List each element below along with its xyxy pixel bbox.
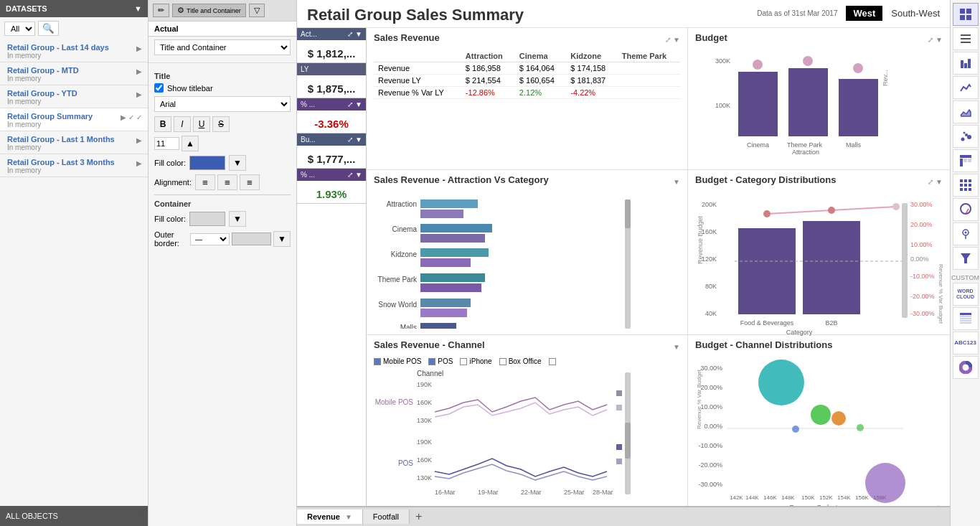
more-icon[interactable]: ▼ — [355, 100, 362, 108]
more-icon[interactable]: ▼ — [673, 343, 680, 351]
italic-button[interactable]: I — [174, 116, 191, 132]
border-style-select[interactable]: — — [190, 233, 230, 245]
icon-bar-chart[interactable] — [953, 52, 979, 75]
svg-rect-109 — [961, 60, 963, 68]
icon-map[interactable] — [953, 222, 979, 245]
fill-color-expand[interactable]: ▼ — [229, 155, 246, 171]
dataset-item-3[interactable]: ▶ Retail Group - YTD In memory — [0, 85, 148, 108]
dataset-item-5[interactable]: ▶ Retail Group - Last 1 Months In memory — [0, 131, 148, 154]
more-icon[interactable]: ▼ — [936, 36, 943, 44]
icon-text-table[interactable] — [953, 307, 979, 330]
expand-icon[interactable]: ⤢ — [347, 100, 353, 108]
icon-funnel[interactable] — [953, 247, 979, 270]
align-right-button[interactable]: ≡ — [240, 174, 260, 190]
svg-text:144K: 144K — [745, 494, 759, 501]
dataset-item-1[interactable]: ▶ Retail Group - Last 14 days In memory — [0, 39, 148, 62]
arrow-icon: ▶ — [136, 159, 142, 167]
more-icon[interactable]: ▼ — [355, 136, 362, 144]
kpi-pct2-label: % ... — [301, 171, 315, 179]
all-objects-bar[interactable]: ALL OBJECTS + — [0, 506, 148, 526]
main-row: DATASETS ▼ All 🔍 ▶ Retail Group - Last 1… — [0, 0, 980, 526]
more-icon[interactable]: ▼ — [936, 178, 943, 186]
expand-icon[interactable]: ⤢ — [347, 171, 353, 179]
font-up-button[interactable]: ▲ — [182, 136, 199, 151]
show-titlebar-checkbox[interactable] — [154, 83, 164, 93]
budget-revenue-panel: Budget ⤢ ▼ 300K 100K — [688, 28, 950, 169]
edit-button[interactable]: ✏ — [153, 4, 169, 17]
kpi-pct1: % ... ⤢ ▼ -3.36% — [297, 98, 366, 133]
more-icon[interactable]: ▼ — [355, 171, 362, 179]
svg-rect-55 — [902, 203, 908, 318]
expand-icon[interactable]: ⤢ — [928, 178, 933, 186]
container-fill-expand[interactable]: ▼ — [229, 211, 246, 227]
border-color-expand[interactable]: ▼ — [273, 231, 291, 247]
kpi-actual-header: Act... ⤢ ▼ — [297, 28, 366, 40]
icon-scatter[interactable] — [953, 125, 979, 148]
underline-button[interactable]: U — [193, 116, 210, 132]
svg-rect-27 — [420, 309, 467, 317]
font-size-input[interactable] — [154, 137, 179, 150]
cell-attraction: -12.86% — [461, 87, 515, 99]
filter-select[interactable]: All — [4, 22, 35, 36]
mobile-pos-checkbox[interactable] — [374, 358, 381, 365]
svg-rect-26 — [420, 299, 471, 307]
sales-table: Attraction Cinema Kidzone Theme Park Rev… — [374, 50, 680, 99]
icon-table[interactable] — [953, 3, 979, 26]
icon-donut[interactable] — [953, 356, 979, 379]
title-container-select[interactable]: Title and Container — [154, 39, 291, 55]
dataset-item-4[interactable]: ▶ ✓ ✓ Retail Group Summary In memory — [0, 108, 148, 131]
icon-grid[interactable] — [953, 174, 979, 197]
align-center-button[interactable]: ≡ — [217, 174, 237, 190]
icon-area-chart[interactable] — [953, 100, 979, 123]
format-button[interactable]: ⚙ Title and Container — [172, 4, 246, 17]
pos-checkbox[interactable] — [428, 358, 435, 365]
align-left-button[interactable]: ≡ — [195, 174, 215, 190]
tab-revenue-arrow[interactable]: ▼ — [345, 513, 352, 521]
datasets-label: DATASETS — [6, 4, 47, 13]
search-row: All 🔍 — [0, 17, 148, 39]
actual-label: Actual — [149, 22, 296, 37]
container-fill-swatch[interactable] — [189, 212, 225, 226]
svg-text:154K: 154K — [837, 494, 851, 501]
icon-word-cloud[interactable]: WORDCLOUD — [953, 283, 979, 306]
more-icon[interactable]: ▼ — [673, 36, 680, 44]
add-tab-button[interactable]: + — [410, 507, 428, 526]
filter-button[interactable]: ▽ — [249, 4, 265, 17]
box-office-checkbox[interactable] — [499, 358, 507, 365]
strikethrough-button[interactable]: S — [212, 116, 230, 132]
cell-themepark — [618, 75, 680, 87]
kpi-pct1-value: -3.36% — [297, 111, 366, 133]
svg-text:80K: 80K — [705, 283, 717, 290]
dataset-sub: In memory — [7, 144, 142, 151]
icon-list[interactable] — [953, 27, 979, 50]
icon-abc-123[interactable]: ABC123 — [953, 332, 979, 354]
col-header-kidzone: Kidzone — [566, 50, 617, 62]
channel-chart: Channel Mobile POS 190K 160K 130K P — [374, 365, 632, 506]
search-button[interactable]: 🔍 — [38, 21, 59, 36]
svg-rect-106 — [961, 34, 971, 36]
add-object-button[interactable]: + — [136, 509, 142, 522]
cell-cinema: 2.12% — [515, 87, 566, 99]
iphone-checkbox[interactable] — [460, 358, 467, 365]
tab-footfall[interactable]: Footfall — [363, 509, 410, 524]
dataset-item-6[interactable]: ▶ Retail Group - Last 3 Months In memory — [0, 154, 148, 177]
expand-icon[interactable]: ⤢ — [347, 30, 353, 38]
icon-pivot[interactable] — [953, 149, 979, 172]
border-color-swatch[interactable] — [232, 233, 271, 245]
svg-rect-110 — [964, 63, 967, 68]
fill-color-swatch[interactable] — [189, 156, 225, 170]
svg-rect-107 — [961, 38, 971, 39]
iphone-label: iPhone — [469, 357, 491, 365]
font-select[interactable]: Arial — [154, 96, 291, 112]
expand-icon[interactable]: ▼ — [673, 178, 680, 186]
tab-revenue[interactable]: Revenue ▼ — [297, 509, 363, 524]
icon-line-chart[interactable] — [953, 76, 979, 99]
dataset-item-2[interactable]: ▶ Retail Group - MTD In memory — [0, 62, 148, 85]
extra-checkbox[interactable] — [549, 358, 556, 365]
icon-gauge[interactable] — [953, 198, 979, 221]
expand-icon[interactable]: ⤢ — [347, 136, 353, 144]
bold-button[interactable]: B — [154, 116, 171, 132]
expand-icon[interactable]: ⤢ — [928, 36, 933, 44]
expand-icon[interactable]: ⤢ — [665, 36, 671, 44]
more-icon[interactable]: ▼ — [355, 30, 362, 38]
